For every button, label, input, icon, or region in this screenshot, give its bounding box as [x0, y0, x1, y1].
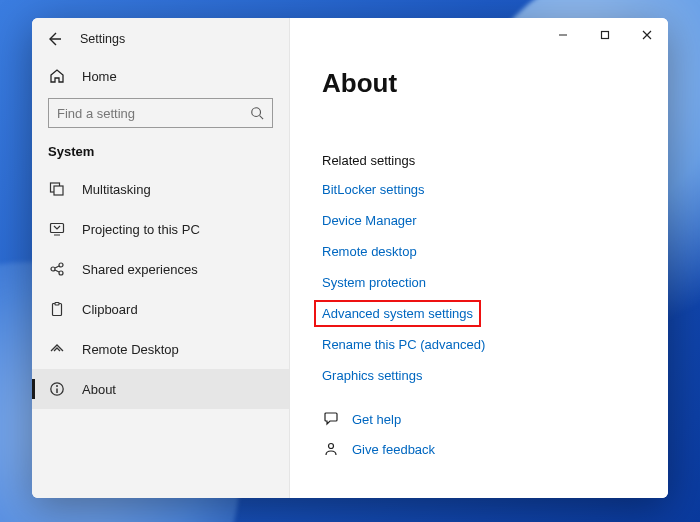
- multitasking-icon: [48, 181, 66, 197]
- svg-point-5: [59, 263, 63, 267]
- svg-rect-2: [54, 186, 63, 195]
- minimize-button[interactable]: [542, 20, 584, 50]
- svg-rect-11: [602, 32, 609, 39]
- sidebar-item-multitasking[interactable]: Multitasking: [32, 169, 289, 209]
- settings-window: Settings Home System Multitasking: [32, 18, 668, 498]
- bottom-links: Get help Give feedback: [322, 411, 668, 457]
- page-title: About: [322, 68, 668, 99]
- sidebar-item-label: Remote Desktop: [82, 342, 179, 357]
- sidebar-item-label: Projecting to this PC: [82, 222, 200, 237]
- feedback-link[interactable]: Give feedback: [322, 441, 668, 457]
- title-bar: Settings: [32, 18, 289, 60]
- search-icon: [250, 106, 264, 120]
- app-title: Settings: [80, 32, 125, 46]
- clipboard-icon: [48, 301, 66, 317]
- sidebar-item-projecting[interactable]: Projecting to this PC: [32, 209, 289, 249]
- get-help-label: Get help: [352, 412, 401, 427]
- back-button[interactable]: [46, 31, 62, 47]
- sidebar-item-label: Multitasking: [82, 182, 151, 197]
- search-box[interactable]: [48, 98, 273, 128]
- section-label: System: [32, 140, 289, 169]
- sidebar-item-remote[interactable]: Remote Desktop: [32, 329, 289, 369]
- feedback-icon: [322, 441, 340, 457]
- sidebar-item-label: About: [82, 382, 116, 397]
- feedback-label: Give feedback: [352, 442, 435, 457]
- window-controls: [542, 20, 668, 50]
- link-bitlocker[interactable]: BitLocker settings: [322, 182, 425, 197]
- related-heading: Related settings: [322, 153, 668, 168]
- main-pane: About Related settings BitLocker setting…: [290, 18, 668, 498]
- close-button[interactable]: [626, 20, 668, 50]
- sidebar-item-clipboard[interactable]: Clipboard: [32, 289, 289, 329]
- nav-list: Multitasking Projecting to this PC Share…: [32, 169, 289, 498]
- about-icon: [48, 381, 66, 397]
- shared-icon: [48, 261, 66, 277]
- svg-point-12: [329, 444, 334, 449]
- link-device-manager[interactable]: Device Manager: [322, 213, 417, 228]
- link-graphics[interactable]: Graphics settings: [322, 368, 422, 383]
- projecting-icon: [48, 221, 66, 237]
- sidebar: Settings Home System Multitasking: [32, 18, 290, 498]
- link-advanced-system-settings[interactable]: Advanced system settings: [314, 300, 481, 327]
- link-system-protection[interactable]: System protection: [322, 275, 426, 290]
- remote-icon: [48, 341, 66, 357]
- svg-point-0: [252, 108, 261, 117]
- link-rename-pc[interactable]: Rename this PC (advanced): [322, 337, 485, 352]
- svg-point-10: [56, 385, 58, 387]
- sidebar-item-label: Shared experiences: [82, 262, 198, 277]
- sidebar-item-shared[interactable]: Shared experiences: [32, 249, 289, 289]
- home-icon: [48, 68, 66, 84]
- sidebar-home[interactable]: Home: [32, 60, 289, 88]
- help-icon: [322, 411, 340, 427]
- link-remote-desktop[interactable]: Remote desktop: [322, 244, 417, 259]
- page-content: About Related settings BitLocker setting…: [290, 18, 668, 457]
- svg-point-4: [51, 267, 55, 271]
- home-label: Home: [82, 69, 117, 84]
- maximize-button[interactable]: [584, 20, 626, 50]
- search-container: [32, 88, 289, 140]
- sidebar-item-label: Clipboard: [82, 302, 138, 317]
- get-help-link[interactable]: Get help: [322, 411, 668, 427]
- svg-rect-8: [55, 303, 59, 306]
- search-input[interactable]: [57, 106, 250, 121]
- svg-rect-3: [51, 224, 64, 233]
- svg-point-6: [59, 271, 63, 275]
- related-links: BitLocker settings Device Manager Remote…: [322, 182, 668, 383]
- sidebar-item-about[interactable]: About: [32, 369, 289, 409]
